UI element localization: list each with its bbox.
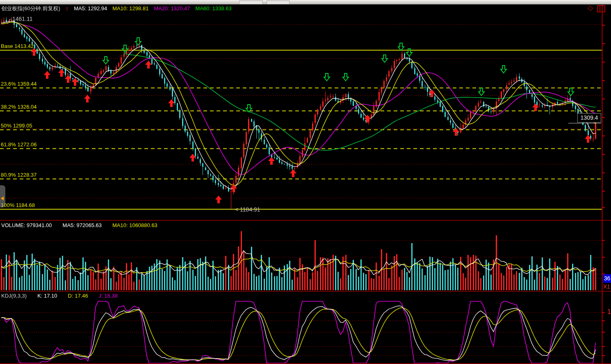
volume-header: VOLUME: 979341.00MA5: 972065.63MA10: 106…	[1, 222, 163, 229]
ma-legend-item: MA60: 1338.63	[196, 5, 232, 11]
fib-level-label: 38.2% 1326.04	[1, 104, 36, 110]
kdj-legend-item: K: 17.10	[37, 293, 57, 299]
left-nav-handle[interactable]	[0, 185, 5, 207]
last-price-tag: 1309.4	[577, 113, 601, 123]
kdj-legend-item: D: 17.46	[68, 293, 88, 299]
fib-level-label: Base 1413.42	[1, 43, 34, 49]
ma-legend: MA5: 1292.94MA10: 1298.81MA20: 1320.47MA…	[74, 5, 237, 11]
volume-legend-item: MA10: 1060880.63	[112, 222, 157, 228]
ma-legend-item: MA20: 1320.47	[154, 5, 190, 11]
titlebar-segment	[239, 0, 263, 4]
fib-level-label: 50% 1299.05	[1, 123, 32, 129]
high-price-annotation: 1461.11	[12, 16, 33, 22]
main-chart-header: 创业板指(60分钟.前复权) ↑ MA5: 1292.94MA10: 1298.…	[1, 5, 237, 12]
volume-multiplier-label: X1	[603, 283, 610, 290]
kdj-header: KDJ(9,3,3)K: 17.10D: 17.46J: 16.38	[1, 292, 123, 299]
window-titlebar	[0, 0, 611, 5]
fib-level-label: 23.6% 1359.44	[1, 81, 36, 87]
volume-scale-badge: 36	[603, 274, 611, 283]
diamond-icon[interactable]: ◇	[588, 4, 593, 12]
up-trend-icon: ↑	[66, 7, 69, 11]
ma-legend-item: MA10: 1298.81	[112, 5, 148, 11]
symbol-title: 创业板指(60分钟.前复权)	[1, 5, 60, 12]
kdj-axis-label: 1	[607, 308, 611, 316]
titlebar-segment	[267, 0, 290, 4]
left-arrow-icon	[1, 196, 4, 200]
volume-legend-item: VOLUME: 979341.00	[1, 222, 52, 228]
trading-app-window: 创业板指(60分钟.前复权) ↑ MA5: 1292.94MA10: 1298.…	[0, 0, 611, 364]
ma-legend-item: MA5: 1292.94	[74, 5, 107, 11]
kdj-legend-item: J: 16.38	[99, 293, 118, 299]
split-window-icon[interactable]	[597, 5, 605, 12]
volume-legend-item: MA5: 972065.63	[63, 222, 102, 228]
fib-level-label: 61.8% 1272.06	[1, 141, 36, 148]
chart-canvas[interactable]	[0, 0, 611, 364]
kdj-legend-item: KDJ(9,3,3)	[1, 293, 27, 299]
low-price-annotation: < 1184.91	[235, 206, 260, 213]
fib-level-label: 80.9% 1228.37	[1, 172, 36, 178]
fib-level-label: 100% 1184.68	[1, 202, 35, 208]
